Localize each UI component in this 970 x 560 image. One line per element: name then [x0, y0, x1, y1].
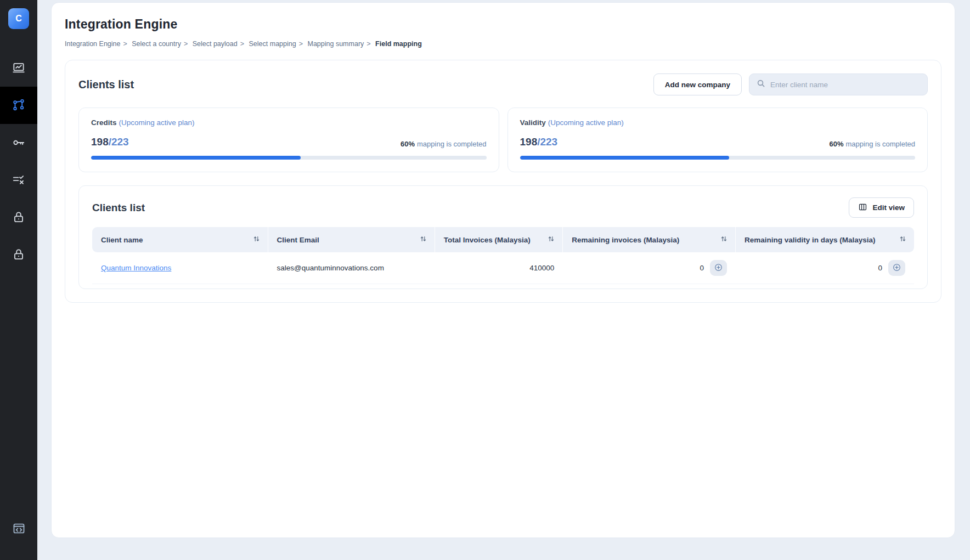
workflow-nodes-icon [12, 98, 26, 112]
sidebar-item-dashboard[interactable] [0, 49, 37, 87]
sort-icon[interactable] [548, 235, 555, 244]
remaining-invoices-value: 0 [700, 264, 704, 272]
credits-progress-track [91, 156, 487, 160]
sidebar-item-integrations[interactable] [0, 87, 37, 124]
validity-progress-track [520, 156, 916, 160]
sort-icon[interactable] [253, 235, 260, 244]
edit-view-button-label: Edit view [872, 203, 905, 212]
breadcrumb-item[interactable]: Mapping summary [307, 40, 364, 48]
breadcrumb-item-current: Field mapping [375, 40, 422, 48]
validity-progress-fill [520, 156, 730, 160]
client-search-box[interactable] [749, 73, 928, 95]
column-header-client-email: Client Email [277, 236, 319, 244]
credits-percent-note: 60%mapping is completed [401, 140, 487, 148]
plus-circle-icon [893, 263, 901, 273]
breadcrumb-separator: > [123, 40, 127, 48]
client-search-input[interactable] [770, 81, 920, 89]
clients-table-card: Clients list Edit view [78, 185, 928, 289]
breadcrumb-separator: > [240, 40, 244, 48]
sort-icon[interactable] [420, 235, 427, 244]
clients-table-heading: Clients list [92, 202, 145, 214]
table-header-row: Client name Client Email Total Invoices … [92, 227, 914, 252]
sort-icon[interactable] [720, 235, 728, 244]
add-new-company-button[interactable]: Add new company [653, 73, 742, 95]
sidebar-item-validations[interactable] [0, 161, 37, 199]
sort-icon[interactable] [899, 235, 906, 244]
client-email-cell: sales@quantuminnovations.com [268, 252, 435, 284]
app-logo-letter: C [15, 14, 22, 24]
sidebar-item-locked-1[interactable] [0, 199, 37, 236]
key-icon [12, 135, 26, 150]
clients-table: Client name Client Email Total Invoices … [92, 227, 914, 284]
clients-list-heading: Clients list [78, 78, 134, 91]
sidebar-item-developer[interactable] [0, 521, 37, 536]
credits-plan-note: (Upcoming active plan) [119, 118, 195, 127]
code-window-icon [12, 521, 26, 536]
dashboard-chart-icon [12, 61, 26, 75]
validity-percent-note: 60%mapping is completed [830, 140, 916, 148]
column-header-remaining-validity: Remaining validity in days (Malaysia) [745, 236, 876, 244]
column-header-remaining-invoices: Remaining invoices (Malaysia) [572, 236, 679, 244]
validity-plan-note: (Upcoming active plan) [548, 118, 624, 127]
validity-label: Validity(Upcoming active plan) [520, 118, 916, 127]
lock-icon [12, 247, 26, 262]
columns-icon [858, 202, 867, 213]
breadcrumb-item[interactable]: Select mapping [249, 40, 296, 48]
plus-circle-icon [714, 263, 723, 273]
sidebar: C [0, 0, 37, 560]
breadcrumb-item[interactable]: Select a country [132, 40, 181, 48]
clients-section-card: Clients list Add new company [65, 60, 941, 303]
content-panel: Integration Engine Integration Engine> S… [51, 2, 955, 538]
total-invoices-cell: 410000 [435, 252, 563, 284]
sidebar-item-api-keys[interactable] [0, 124, 37, 161]
breadcrumb-separator: > [299, 40, 303, 48]
app-logo[interactable]: C [8, 8, 29, 29]
credits-label: Credits(Upcoming active plan) [91, 118, 487, 127]
breadcrumb-item[interactable]: Select payload [193, 40, 238, 48]
breadcrumb: Integration Engine> Select a country> Se… [65, 40, 941, 48]
column-header-total-invoices: Total Invoices (Malaysia) [444, 236, 531, 244]
add-validity-button[interactable] [888, 260, 905, 276]
breadcrumb-item[interactable]: Integration Engine [65, 40, 120, 48]
validity-value: 198/223 [520, 136, 558, 148]
breadcrumb-separator: > [366, 40, 370, 48]
lock-icon [12, 210, 26, 224]
main-area: Integration Engine Integration Engine> S… [37, 0, 970, 560]
table-row: Quantum Innovations sales@quantuminnovat… [92, 252, 914, 284]
client-name-link[interactable]: Quantum Innovations [101, 264, 171, 272]
edit-view-button[interactable]: Edit view [849, 197, 914, 218]
column-header-client-name: Client name [101, 236, 143, 244]
credits-progress-fill [91, 156, 301, 160]
sidebar-nav [0, 49, 37, 273]
breadcrumb-separator: > [184, 40, 188, 48]
add-invoices-button[interactable] [710, 260, 727, 276]
validity-card: Validity(Upcoming active plan) 198/223 6… [507, 108, 928, 172]
list-check-x-icon [12, 173, 26, 187]
page-title: Integration Engine [65, 17, 941, 32]
add-company-button-label: Add new company [665, 81, 730, 89]
search-icon [757, 79, 765, 90]
credits-card: Credits(Upcoming active plan) 198/223 60… [78, 108, 499, 172]
credits-value: 198/223 [91, 136, 129, 148]
remaining-validity-value: 0 [878, 264, 882, 272]
sidebar-item-locked-2[interactable] [0, 236, 37, 273]
